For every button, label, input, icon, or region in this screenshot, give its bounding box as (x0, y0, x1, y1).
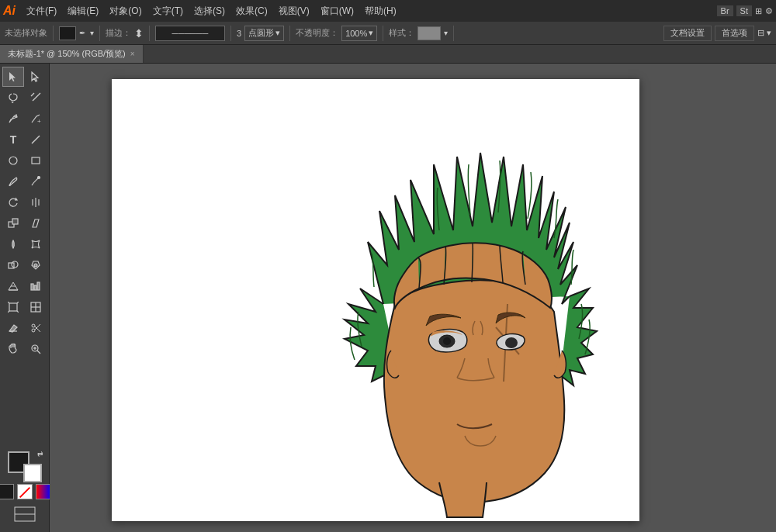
lasso-tool[interactable] (2, 88, 24, 108)
character-illustration (267, 87, 655, 521)
style-swatch[interactable] (417, 26, 441, 40)
tool-row-7 (2, 192, 47, 212)
artboard-view-button[interactable] (2, 504, 47, 524)
tool-row-2 (2, 88, 47, 108)
style-label: 样式： (389, 27, 414, 39)
color-pair: ⇄ (8, 451, 42, 482)
svg-rect-24 (34, 285, 36, 290)
tool-row-8 (2, 213, 47, 233)
preferences-button[interactable]: 首选项 (715, 26, 754, 41)
separator-7 (453, 26, 454, 41)
menu-help[interactable]: 帮助(H) (360, 3, 401, 19)
menu-view[interactable]: 视图(V) (274, 3, 314, 19)
opacity-dropdown[interactable]: 100% ▾ (341, 26, 377, 41)
svg-text:+: + (37, 118, 41, 124)
toolbar: 未选择对象 ✒ ▾ 描边： ⬍ ────── 3 点圆形 ▾ 不透明度： 100… (0, 22, 776, 45)
canvas-area[interactable] (50, 64, 776, 532)
pen-tool-icon: ✒ (79, 29, 85, 37)
shape-dropdown[interactable]: 点圆形 ▾ (244, 26, 284, 41)
svg-line-5 (33, 93, 34, 95)
color-section: ⇄ (0, 447, 51, 529)
select-tool[interactable] (2, 67, 24, 87)
menu-select[interactable]: 选择(S) (189, 3, 230, 19)
svg-point-49 (505, 337, 518, 348)
mirror-tool[interactable] (25, 192, 47, 212)
artboard-button-area (2, 504, 47, 524)
direct-select-tool[interactable] (25, 67, 47, 87)
warp-tool[interactable] (25, 234, 47, 254)
fill-swatch[interactable] (59, 26, 76, 40)
rotate-tool[interactable] (2, 192, 24, 212)
magic-wand-tool[interactable] (25, 88, 47, 108)
separator-1 (53, 26, 54, 41)
slice-tool[interactable] (25, 297, 47, 317)
menu-file[interactable]: 文件(F) (22, 3, 61, 19)
svg-point-36 (32, 329, 35, 332)
artboard (112, 79, 639, 521)
eraser-tool[interactable] (2, 318, 24, 338)
menu-bar: Ai 文件(F) 编辑(E) 对象(O) 文字(T) 选择(S) 效果(C) 视… (0, 0, 776, 22)
perspective-tool[interactable] (2, 276, 24, 296)
search-icon[interactable]: ⚙ (765, 6, 773, 16)
menu-object[interactable]: 对象(O) (105, 3, 146, 19)
panel-toggle-icon[interactable]: ⊟ ▾ (757, 28, 771, 38)
svg-rect-15 (12, 219, 18, 224)
hand-tool[interactable] (2, 339, 24, 359)
stock-icon[interactable]: St (736, 5, 752, 16)
document-tab[interactable]: 未标题-1* @ 150% (RGB/预览) × (0, 45, 144, 63)
svg-point-48 (443, 337, 451, 345)
pen-tool[interactable] (2, 109, 24, 129)
live-paint-tool[interactable] (25, 255, 47, 275)
menu-type[interactable]: 文字(T) (148, 3, 188, 19)
stroke-arrows[interactable]: ⬍ (134, 27, 144, 40)
shear-tool[interactable] (25, 213, 47, 233)
rect-tool[interactable] (25, 150, 47, 171)
width-tool[interactable] (2, 234, 24, 254)
menu-effect[interactable]: 效果(C) (231, 3, 272, 19)
svg-marker-1 (32, 72, 38, 81)
doc-settings-button[interactable]: 文档设置 (663, 26, 712, 41)
shape-builder-tool[interactable] (2, 255, 24, 275)
tab-close-button[interactable]: × (130, 50, 135, 58)
ellipse-tool[interactable] (2, 150, 24, 171)
tool-row-13 (2, 318, 47, 338)
svg-rect-11 (32, 157, 40, 164)
swap-colors-icon[interactable]: ⇄ (37, 450, 43, 458)
zoom-tool[interactable] (25, 339, 47, 359)
bridge-icon[interactable]: Br (717, 5, 733, 16)
background-color[interactable] (23, 464, 42, 482)
no-selection-label: 未选择对象 (5, 27, 47, 39)
separator-4 (230, 26, 231, 41)
type-tool[interactable]: T (2, 130, 24, 150)
none-swatch[interactable] (17, 484, 33, 499)
svg-line-6 (39, 93, 40, 95)
scale-tool[interactable] (2, 213, 24, 233)
dropdown-arrow-fill[interactable]: ▾ (90, 29, 94, 37)
add-anchor-tool[interactable]: + (25, 109, 47, 129)
type-icon: T (10, 133, 17, 146)
app-logo: Ai (3, 4, 16, 18)
workspace-icon[interactable]: ⊞ (755, 6, 762, 16)
svg-line-27 (8, 302, 9, 303)
stroke-style-input[interactable]: ────── (155, 26, 225, 41)
style-dropdown-arrow[interactable]: ▾ (444, 29, 448, 37)
tool-row-10 (2, 255, 47, 275)
gradient-swatch[interactable] (36, 484, 51, 499)
separator-3 (149, 26, 150, 41)
menu-window[interactable]: 窗口(W) (316, 3, 359, 19)
svg-line-40 (37, 351, 40, 354)
tool-row-14 (2, 339, 47, 359)
menu-edit[interactable]: 编辑(E) (63, 3, 103, 19)
line-tool[interactable] (25, 130, 47, 150)
main-layout: + T (0, 64, 776, 532)
paintbrush-tool[interactable] (2, 171, 24, 192)
bar-chart-tool[interactable] (25, 276, 47, 296)
svg-line-29 (8, 311, 9, 313)
separator-5 (289, 26, 290, 41)
separator-6 (383, 26, 383, 41)
artboard-tool[interactable] (2, 297, 24, 317)
tool-row-6 (2, 171, 47, 192)
fill-swatch-small[interactable] (0, 484, 14, 499)
scissors-tool[interactable] (25, 318, 47, 338)
pencil-tool[interactable] (25, 171, 47, 192)
